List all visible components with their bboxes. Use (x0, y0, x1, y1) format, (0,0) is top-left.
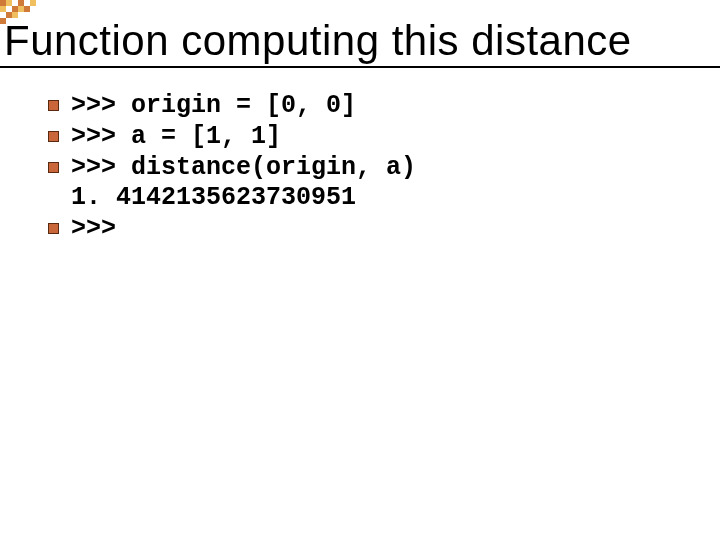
content-area: >>> origin = [0, 0] >>> a = [1, 1] >>> d… (0, 68, 720, 244)
bullet-icon (48, 131, 59, 142)
svg-rect-8 (6, 12, 12, 18)
svg-rect-5 (12, 6, 18, 12)
logo-icon (0, 0, 50, 24)
bullet-icon (48, 100, 59, 111)
svg-rect-10 (0, 18, 6, 24)
code-line: >>> (48, 215, 720, 244)
svg-rect-7 (24, 6, 30, 12)
code-text: >>> a = [1, 1] (71, 123, 281, 152)
code-text: >>> origin = [0, 0] (71, 92, 356, 121)
code-text: 1. 4142135623730951 (71, 184, 356, 213)
code-line: >>> a = [1, 1] (48, 123, 720, 152)
code-text: >>> distance(origin, a) (71, 154, 416, 183)
svg-rect-0 (0, 0, 6, 6)
code-text: >>> (71, 215, 116, 244)
svg-rect-3 (30, 0, 36, 6)
svg-rect-4 (0, 6, 6, 12)
slide-title: Function computing this distance (0, 0, 720, 64)
code-line: 1. 4142135623730951 (48, 184, 720, 213)
code-line: >>> distance(origin, a) (48, 154, 720, 183)
svg-rect-6 (18, 6, 24, 12)
svg-rect-2 (18, 0, 24, 6)
svg-rect-1 (6, 0, 12, 6)
svg-rect-9 (12, 12, 18, 18)
bullet-icon (48, 162, 59, 173)
code-line: >>> origin = [0, 0] (48, 92, 720, 121)
title-block: Function computing this distance (0, 0, 720, 68)
bullet-icon (48, 223, 59, 234)
bullet-spacer (48, 192, 59, 203)
